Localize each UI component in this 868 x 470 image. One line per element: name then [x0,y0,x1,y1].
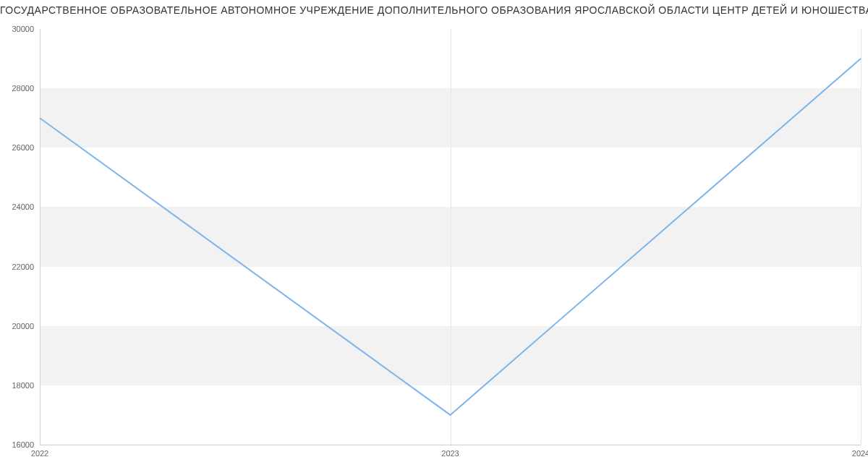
x-tick-label: 2022 [31,445,48,458]
plot-area: 1600018000200002200024000260002800030000… [40,29,861,445]
y-tick-label: 26000 [12,143,40,152]
chart-title: ГОСУДАРСТВЕННОЕ ОБРАЗОВАТЕЛЬНОЕ АВТОНОМН… [0,4,868,16]
y-tick-label: 24000 [12,202,40,211]
y-tick-label: 18000 [12,381,40,390]
data-line [40,29,861,445]
y-tick-label: 22000 [12,262,40,271]
x-tick-label: 2023 [441,445,459,458]
y-tick-label: 20000 [12,322,40,330]
x-tick-label: 2024 [852,445,868,458]
y-tick-label: 30000 [12,25,40,33]
y-tick-label: 28000 [12,84,40,93]
